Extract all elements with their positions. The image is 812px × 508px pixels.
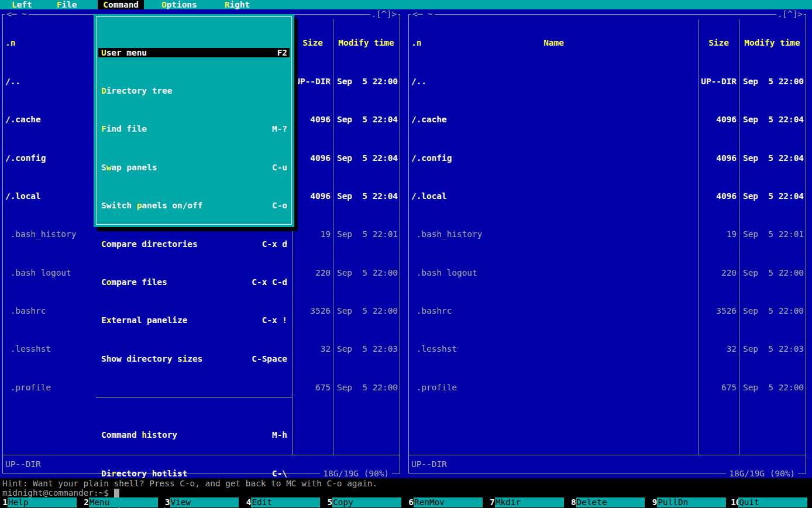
panel-controls[interactable]: .[^]> (776, 9, 804, 19)
file-mtime: Sep 5 22:00 (739, 306, 806, 315)
file-type-mark: / (411, 115, 417, 124)
function-key-label: Copy (332, 497, 401, 507)
file-row[interactable]: .lesshst 32 Sep 5 22:03 (409, 344, 806, 353)
file-row[interactable]: .bash_logout 220 Sep 5 22:00 (409, 268, 806, 277)
function-key-label: Quit (738, 497, 807, 507)
function-key-number: 1 (0, 497, 8, 507)
function-key-button[interactable]: 9PullDn (649, 497, 731, 507)
menu-item[interactable]: User menu F2 (98, 48, 290, 57)
function-key-label: Delete (576, 497, 645, 507)
menu-bar: Left File Command Options Right (0, 0, 812, 9)
menu-item-shortcut: C-x C-d (252, 277, 287, 287)
file-mtime: Sep 5 22:01 (739, 229, 806, 239)
menu-item[interactable] (98, 392, 290, 401)
file-type-mark (411, 229, 417, 239)
menu-item-hotkey: C (101, 239, 106, 249)
menubar-item[interactable]: Right (219, 0, 255, 9)
menu-item[interactable]: Compare files C-x C-d (98, 277, 290, 287)
file-size: 19 (293, 229, 333, 239)
menubar-item[interactable]: Options (156, 0, 202, 9)
function-key-number: 8 (569, 497, 576, 507)
menu-item[interactable]: Directory tree (98, 86, 290, 95)
file-size: 675 (293, 383, 333, 392)
function-key-button[interactable]: 5Copy (325, 497, 406, 507)
function-key-number: 7 (487, 497, 495, 507)
file-row[interactable]: .bashrc 3526 Sep 5 22:00 (409, 306, 806, 315)
file-row[interactable]: /.. UP--DIR Sep 5 22:00 (409, 77, 806, 86)
menubar-item-label: ptions (167, 0, 197, 9)
shell-prompt: midnight@commander:~$ (2, 488, 109, 497)
function-key-button[interactable]: 1Help (0, 497, 81, 507)
function-key-button[interactable]: 6RenMov (406, 497, 487, 507)
column-header-size[interactable]: Size (293, 38, 333, 47)
menu-item-label: Find file (101, 124, 147, 133)
sort-indicator[interactable]: .n (5, 38, 15, 47)
menu-item[interactable]: Directory hotlist C-\ (98, 469, 290, 478)
menu-item-label: Directory tree (101, 86, 172, 95)
file-type-mark (411, 344, 417, 353)
menu-item-label: Compare directories (101, 239, 198, 249)
file-name: .bashrc (417, 306, 452, 315)
file-size: 4096 (293, 153, 333, 163)
file-name: .cache (11, 115, 41, 124)
menubar-item[interactable]: Left (6, 0, 37, 9)
file-row[interactable]: /.cache 4096 Sep 5 22:04 (409, 115, 806, 124)
menu-item-shortcut: C-Space (252, 354, 287, 363)
file-mtime: Sep 5 22:04 (333, 153, 400, 163)
menubar-item[interactable]: File (51, 0, 82, 9)
panel-controls[interactable]: .[^]> (370, 9, 398, 19)
file-mtime: Sep 5 22:00 (333, 383, 400, 392)
function-key-button[interactable]: 7Mkdir (487, 497, 569, 507)
ministatus: UP--DIR (409, 459, 447, 469)
menu-item[interactable]: Switch panels on/off C-o (98, 201, 290, 210)
file-mtime: Sep 5 22:04 (333, 115, 400, 124)
function-key-number: 2 (81, 497, 89, 507)
menu-item[interactable]: External panelize C-x ! (98, 315, 290, 325)
file-type-mark: / (5, 153, 11, 163)
file-mtime: Sep 5 22:04 (333, 191, 400, 201)
function-key-label: RenMov (414, 497, 483, 507)
menubar-item[interactable]: Command (98, 0, 144, 9)
file-row[interactable]: .bash_history 19 Sep 5 22:01 (409, 229, 806, 239)
file-size: 220 (699, 268, 739, 277)
menubar-item-label: ile (61, 0, 77, 9)
menubar-item-hotkey: C (103, 0, 108, 9)
menu-item[interactable]: Find file M-? (98, 124, 290, 133)
function-key-number: 6 (406, 497, 414, 507)
file-mtime: Sep 5 22:00 (739, 383, 806, 392)
file-row[interactable]: /.local 4096 Sep 5 22:04 (409, 191, 806, 201)
function-key-number: 10 (731, 497, 738, 507)
file-type-mark: / (411, 191, 417, 201)
menu-item-shortcut: M-? (272, 124, 287, 133)
menu-item-shortcut: F2 (277, 48, 287, 57)
file-name: .bash_history (11, 229, 77, 239)
panel-right: <─ ~ .[^]> .nName Size Modify time /.. U… (406, 9, 812, 478)
menu-item[interactable]: Swap panels C-u (98, 163, 290, 172)
menu-item[interactable]: Show directory sizes C-Space (98, 354, 290, 363)
sort-indicator[interactable]: .n (411, 38, 421, 47)
column-header-mtime[interactable]: Modify time (333, 38, 400, 47)
menu-item[interactable]: Command history M-h (98, 430, 290, 440)
file-name: .lesshst (417, 344, 457, 353)
panel-path[interactable]: <─ ~ (5, 9, 29, 19)
function-key-button[interactable]: 10Quit (731, 497, 812, 507)
menu-item[interactable]: Compare directories C-x d (98, 239, 290, 249)
column-header-name[interactable]: Name (543, 38, 564, 47)
function-key-number: 9 (649, 497, 657, 507)
menu-item-hotkey: F (101, 124, 106, 133)
ministatus-divider (409, 455, 806, 455)
menu-item-hotkey: i (183, 354, 188, 363)
column-header-mtime[interactable]: Modify time (739, 38, 806, 47)
menubar-item-label: ommand (108, 0, 139, 9)
menu-item-label: Compare files (101, 277, 167, 287)
file-mtime: Sep 5 22:00 (333, 268, 400, 277)
function-key-button[interactable]: 8Delete (569, 497, 650, 507)
function-key-label: PullDn (657, 497, 726, 507)
column-header-size[interactable]: Size (699, 38, 739, 47)
midnight-commander-screen: Left File Command Options Right <─ ~ .[^… (0, 0, 812, 508)
file-row[interactable]: /.config 4096 Sep 5 22:04 (409, 153, 806, 163)
file-type-mark (411, 383, 417, 392)
file-row[interactable]: .profile 675 Sep 5 22:00 (409, 383, 806, 392)
panel-path[interactable]: <─ ~ (411, 9, 435, 19)
file-size: 4096 (699, 115, 739, 124)
